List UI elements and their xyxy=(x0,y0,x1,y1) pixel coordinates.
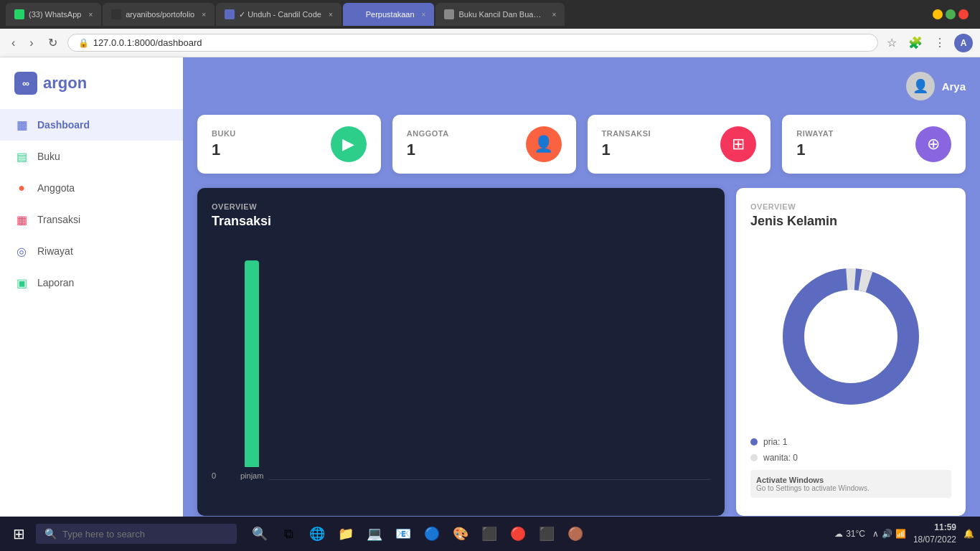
maximize-button[interactable] xyxy=(946,9,956,19)
legend-label: pria: 1 xyxy=(763,437,787,447)
taskbar-app-app3[interactable]: 🟤 xyxy=(562,521,588,547)
sidebar-item-laporan[interactable]: ▣ Laporan xyxy=(0,267,183,298)
back-button[interactable]: ‹ xyxy=(7,35,19,51)
explorer-icon: 📁 xyxy=(338,526,354,542)
mail-icon: 📧 xyxy=(395,526,411,542)
taskbar-time: 11:59 18/07/2022 xyxy=(913,522,956,546)
sidebar-label-dashboard: Dashboard xyxy=(37,119,90,131)
taskbar-right: ☁ 31°C ∧ 🔊 📶 11:59 18/07/2022 🔔 xyxy=(834,522,974,546)
stat-info-anggota: ANGGOTA 1 xyxy=(407,129,449,159)
taskbar-app-paint[interactable]: 🎨 xyxy=(448,521,473,547)
taskbar-app-chrome[interactable]: 🔵 xyxy=(419,521,445,547)
browser-tab-tab3[interactable]: ✓ Unduh - Candil Code × xyxy=(216,3,341,26)
search-bar[interactable]: 🔍 xyxy=(36,524,237,544)
grid-line-bottom xyxy=(269,479,710,480)
taskbar-app-mail[interactable]: 📧 xyxy=(390,521,416,547)
taskbar-app-explorer[interactable]: 📁 xyxy=(333,521,359,547)
sidebar-icon-transaksi: ▦ xyxy=(14,212,29,227)
vscode-icon: ⬛ xyxy=(481,526,497,542)
donut-legend-item: pria: 1 xyxy=(750,437,951,447)
donut-chart-svg xyxy=(772,258,930,415)
legend-dot xyxy=(750,454,758,461)
sidebar-label-riwayat: Riwayat xyxy=(37,245,73,257)
network-icon[interactable]: 📶 xyxy=(895,529,906,539)
transaksi-overview-label: OVERVIEW xyxy=(212,202,710,211)
logo-icon: ∞ xyxy=(14,72,37,95)
sidebar-icon-buku: ▤ xyxy=(14,149,29,164)
clock-date: 18/07/2022 xyxy=(913,534,956,546)
app1-icon: 🔴 xyxy=(510,526,526,542)
start-button[interactable]: ⊞ xyxy=(6,521,32,547)
legend-label: wanita: 0 xyxy=(763,453,798,463)
bookmark-button[interactable]: ☆ xyxy=(884,34,900,51)
stat-info-transaksi: TRANSAKSI 1 xyxy=(602,129,651,159)
taskbar-app-cortana[interactable]: 🔍 xyxy=(247,521,273,547)
user-name: Arya xyxy=(942,80,966,93)
user-avatar: 👤 xyxy=(906,72,935,100)
sidebar-icon-dashboard: ▦ xyxy=(14,118,29,132)
jenis-kelamin-chart-card: OVERVIEW Jenis Kelamin pria: 1 xyxy=(736,188,966,516)
bar-group-pinjam: pinjam xyxy=(240,260,263,480)
taskbar-app-taskview[interactable]: ⧉ xyxy=(275,521,301,547)
weather-icon: ☁ xyxy=(834,529,843,539)
notification-bell[interactable]: 🔔 xyxy=(963,529,974,539)
chrome-icon: 🔵 xyxy=(424,526,440,542)
bar-pinjam xyxy=(245,260,259,467)
stat-value-riwayat: 1 xyxy=(796,141,833,159)
taskbar-app-edge[interactable]: 🌐 xyxy=(304,521,330,547)
sidebar-icon-laporan: ▣ xyxy=(14,276,29,290)
extensions-button[interactable]: 🧩 xyxy=(905,34,925,51)
stat-value-anggota: 1 xyxy=(407,141,449,159)
sidebar-item-transaksi[interactable]: ▦ Transaksi xyxy=(0,204,183,235)
jenis-kelamin-chart-title: Jenis Kelamin xyxy=(750,214,951,229)
stat-label-riwayat: RIWAYAT xyxy=(796,129,833,138)
sidebar: ∞ argon ▦ Dashboard ▤ Buku ● Anggota ▦ T… xyxy=(0,57,183,551)
search-input[interactable] xyxy=(62,529,228,540)
stat-card-anggota: ANGGOTA 1 👤 xyxy=(392,115,576,174)
taskbar-app-app2[interactable]: ⬛ xyxy=(534,521,560,547)
app-layout: ∞ argon ▦ Dashboard ▤ Buku ● Anggota ▦ T… xyxy=(0,57,980,551)
taskbar-app-app1[interactable]: 🔴 xyxy=(505,521,531,547)
expand-icon[interactable]: ∧ xyxy=(872,529,879,539)
taskbar-app-windows[interactable]: 💻 xyxy=(362,521,387,547)
sidebar-label-anggota: Anggota xyxy=(37,182,75,194)
browser-tab-tab5[interactable]: Buku Kancil Dan Buaya [ful... × xyxy=(435,3,565,26)
user-info: 👤 Arya xyxy=(906,72,966,100)
charts-row: OVERVIEW Transaksi 0 pinjam OVERVIEW xyxy=(197,188,966,516)
cortana-icon: 🔍 xyxy=(252,526,268,542)
taskview-icon: ⧉ xyxy=(284,527,293,542)
svg-point-1 xyxy=(793,279,908,394)
stat-icon-anggota: 👤 xyxy=(526,126,562,162)
browser-tab-tab2[interactable]: aryanibos/portofolio × xyxy=(103,3,215,26)
stat-card-riwayat: RIWAYAT 1 ⊕ xyxy=(782,115,966,174)
weather-info: ☁ 31°C xyxy=(834,529,865,539)
refresh-button[interactable]: ↻ xyxy=(44,34,62,51)
browser-tabs: (33) WhatsApp × aryanibos/portofolio × ✓… xyxy=(6,3,930,26)
browser-tab-tab4[interactable]: Perpustakaan × xyxy=(343,3,435,26)
minimize-button[interactable] xyxy=(933,9,943,19)
close-button[interactable] xyxy=(958,9,969,19)
stat-icon-buku: ▶ xyxy=(331,126,367,162)
activate-windows-title: Activate Windows xyxy=(756,476,946,484)
browser-tab-tab1[interactable]: (33) WhatsApp × xyxy=(6,3,101,26)
sidebar-item-dashboard[interactable]: ▦ Dashboard xyxy=(0,109,183,141)
activate-windows-body: Go to Settings to activate Windows. xyxy=(756,484,946,492)
sidebar-nav: ▦ Dashboard ▤ Buku ● Anggota ▦ Transaksi… xyxy=(0,109,183,298)
stat-info-riwayat: RIWAYAT 1 xyxy=(796,129,833,159)
sidebar-item-anggota[interactable]: ● Anggota xyxy=(0,172,183,204)
address-bar-row: ‹ › ↻ 🔒 127.0.0.1:8000/dashboard ☆ 🧩 ⋮ A xyxy=(0,29,980,57)
browser-profile[interactable]: A xyxy=(954,34,973,52)
sidebar-item-riwayat[interactable]: ◎ Riwayat xyxy=(0,235,183,267)
windows-icon: 💻 xyxy=(367,526,382,542)
forward-button[interactable]: › xyxy=(25,35,37,51)
stat-label-anggota: ANGGOTA xyxy=(407,129,449,138)
sidebar-label-buku: Buku xyxy=(37,151,60,162)
paint-icon: 🎨 xyxy=(453,526,468,542)
bar-label-pinjam: pinjam xyxy=(240,471,263,480)
stat-label-transaksi: TRANSAKSI xyxy=(602,129,651,138)
sidebar-item-buku[interactable]: ▤ Buku xyxy=(0,141,183,172)
address-box[interactable]: 🔒 127.0.0.1:8000/dashboard xyxy=(67,34,878,52)
volume-icon[interactable]: 🔊 xyxy=(882,529,892,539)
taskbar-app-vscode[interactable]: ⬛ xyxy=(476,521,502,547)
more-button[interactable]: ⋮ xyxy=(931,34,948,51)
